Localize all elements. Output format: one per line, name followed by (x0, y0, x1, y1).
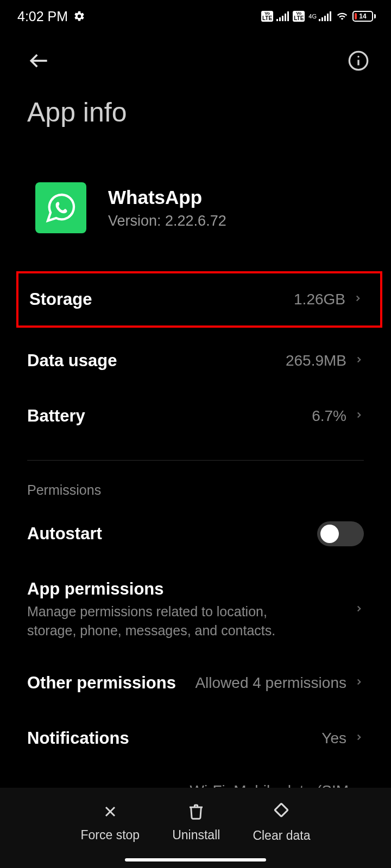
autostart-toggle[interactable] (317, 521, 364, 546)
storage-value: 1.26GB (294, 291, 345, 308)
network-type: 4G (308, 14, 317, 20)
close-icon (102, 803, 119, 822)
other-permissions-value: Allowed 4 permissions (195, 674, 346, 692)
status-right: VoLTE VoLTE 4G 14 (261, 11, 376, 22)
chevron-right-icon (354, 674, 364, 692)
volte-badge-2: VoLTE (293, 11, 305, 22)
svg-rect-4 (287, 11, 289, 21)
app-permissions-label: App permissions (27, 579, 343, 599)
clear-data-label: Clear data (253, 828, 310, 843)
svg-point-13 (357, 56, 359, 58)
svg-rect-3 (285, 14, 286, 21)
status-left: 4:02 PM (17, 9, 85, 24)
chevron-right-icon (354, 730, 364, 747)
home-indicator[interactable] (125, 858, 266, 861)
notifications-row[interactable]: Notifications Yes (0, 711, 391, 766)
back-button[interactable] (27, 49, 51, 75)
uninstall-label: Uninstall (172, 828, 220, 843)
notifications-value: Yes (321, 730, 346, 747)
app-version: Version: 2.22.6.72 (108, 213, 226, 229)
svg-rect-1 (279, 17, 281, 21)
status-time: 4:02 PM (17, 9, 68, 24)
chevron-right-icon (354, 407, 364, 425)
page-title: App info (0, 80, 391, 128)
data-usage-label: Data usage (27, 351, 117, 371)
svg-rect-6 (321, 17, 323, 21)
whatsapp-icon (35, 182, 86, 233)
battery-value: 6.7% (312, 407, 346, 425)
svg-rect-8 (327, 14, 329, 21)
clear-data-button[interactable]: Clear data (253, 802, 310, 843)
force-stop-label: Force stop (81, 828, 140, 843)
info-button[interactable] (348, 50, 369, 74)
svg-rect-2 (282, 16, 283, 21)
permissions-section-header: Permissions (0, 461, 391, 503)
other-permissions-label: Other permissions (27, 673, 176, 693)
chevron-right-icon (354, 601, 364, 618)
svg-rect-9 (330, 11, 331, 21)
svg-rect-16 (275, 803, 288, 816)
battery-percent: 14 (359, 12, 366, 20)
battery-row[interactable]: Battery 6.7% (0, 388, 391, 444)
autostart-row[interactable]: Autostart (0, 503, 391, 564)
svg-rect-7 (324, 16, 326, 21)
app-permissions-row[interactable]: App permissions Manage permissions relat… (0, 564, 391, 655)
toggle-knob (320, 525, 339, 543)
header-bar (0, 33, 391, 80)
storage-row[interactable]: Storage 1.26GB (18, 273, 376, 326)
data-usage-value: 265.9MB (286, 352, 346, 369)
signal-icon-1 (276, 11, 289, 21)
uninstall-button[interactable]: Uninstall (172, 803, 220, 843)
volte-badge-1: VoLTE (261, 11, 273, 22)
svg-rect-0 (276, 19, 278, 21)
battery-icon: 14 (352, 11, 376, 22)
bottom-action-bar: Force stop Uninstall Clear data (0, 788, 391, 868)
autostart-label: Autostart (27, 524, 102, 544)
trash-icon (187, 803, 205, 822)
highlight-annotation: Storage 1.26GB (16, 271, 382, 328)
signal-icon-2 (319, 11, 332, 21)
battery-label: Battery (27, 406, 85, 426)
storage-label: Storage (29, 290, 92, 309)
app-permissions-sublabel: Manage permissions related to location, … (27, 602, 310, 640)
wifi-icon (335, 11, 349, 22)
notifications-label: Notifications (27, 729, 129, 748)
chevron-right-icon (354, 352, 364, 369)
app-header: WhatsApp Version: 2.22.6.72 (0, 128, 391, 255)
eraser-icon (272, 802, 291, 823)
gear-icon (73, 10, 85, 22)
chevron-right-icon (353, 291, 363, 308)
data-usage-row[interactable]: Data usage 265.9MB (0, 333, 391, 388)
app-info-text: WhatsApp Version: 2.22.6.72 (108, 187, 226, 229)
other-permissions-row[interactable]: Other permissions Allowed 4 permissions (0, 655, 391, 711)
app-name: WhatsApp (108, 187, 226, 208)
force-stop-button[interactable]: Force stop (81, 803, 140, 843)
svg-rect-5 (319, 19, 320, 21)
status-bar: 4:02 PM VoLTE VoLTE 4G 14 (0, 0, 391, 33)
